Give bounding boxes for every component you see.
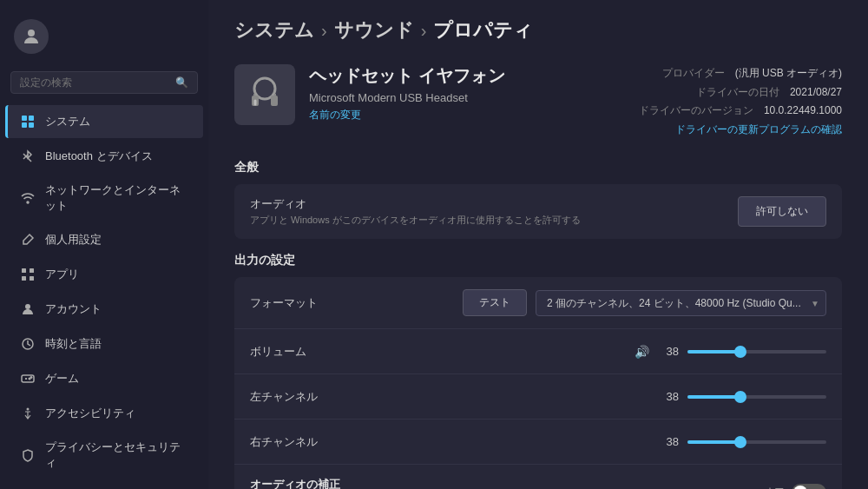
- toggle-knob: [793, 486, 807, 489]
- device-name: ヘッドセット イヤフォン: [309, 64, 639, 88]
- general-section-title: 全般: [234, 160, 842, 175]
- sidebar-item-label: 個人用設定: [45, 232, 102, 248]
- breadcrumb-sep-1: ›: [321, 21, 327, 41]
- sidebar-item-system[interactable]: システム: [5, 105, 203, 138]
- sidebar-item-windowsupdate[interactable]: Windows Update: [5, 480, 203, 489]
- general-card: オーディオ アプリと Windows がこのデバイスをオーディオ用に使用すること…: [234, 184, 842, 239]
- volume-value: 38: [658, 345, 679, 358]
- breadcrumb: システム › サウンド › プロパティ: [234, 17, 842, 43]
- right-channel-slider-thumb: [734, 436, 746, 448]
- sidebar-item-accessibility[interactable]: アクセシビリティ: [5, 397, 203, 430]
- device-meta: プロバイダー (汎用 USB オーディオ) ドライバーの日付 2021/08/2…: [639, 64, 842, 139]
- device-header: ヘッドセット イヤフォン Microsoft Modern USB Headse…: [234, 64, 842, 139]
- svg-rect-4: [29, 122, 34, 128]
- enhancement-label-wrap: オーディオの補正 サウンドの品質を自動的に向上させます（サウンドに問題が発生して…: [250, 477, 764, 489]
- driver-version-value: 10.0.22449.1000: [764, 102, 842, 121]
- sidebar-item-label: プライバシーとセキュリティ: [45, 439, 189, 471]
- deny-audio-button[interactable]: 許可しない: [738, 196, 826, 227]
- right-channel-slider-track[interactable]: [687, 440, 826, 444]
- driver-date-row: ドライバーの日付 2021/08/27: [639, 83, 842, 102]
- left-channel-label-wrap: 左チャンネル: [250, 389, 538, 405]
- sidebar-item-gaming[interactable]: ゲーム: [5, 362, 203, 395]
- svg-point-19: [27, 408, 30, 411]
- search-input[interactable]: [20, 76, 172, 89]
- search-icon: 🔍: [175, 76, 188, 89]
- enhancement-toggle-label: オフ: [764, 485, 785, 489]
- shield-icon: [19, 446, 36, 464]
- breadcrumb-sound[interactable]: サウンド: [334, 17, 414, 43]
- svg-rect-9: [30, 268, 34, 273]
- sidebar-item-label: ゲーム: [45, 371, 79, 387]
- right-channel-row: 右チャンネル 38: [234, 420, 842, 465]
- enhancement-toggle[interactable]: [792, 484, 826, 489]
- audio-row: オーディオ アプリと Windows がこのデバイスをオーディオ用に使用すること…: [234, 184, 842, 239]
- enhancement-toggle-wrap: オフ: [764, 484, 826, 489]
- brush-icon: [19, 231, 36, 248]
- volume-slider-track[interactable]: [687, 350, 826, 354]
- sidebar-item-accounts[interactable]: アカウント: [5, 293, 203, 326]
- svg-rect-2: [29, 116, 34, 121]
- search-box[interactable]: 🔍: [10, 71, 198, 94]
- provider-row: プロバイダー (汎用 USB オーディオ): [639, 64, 842, 83]
- sidebar-item-datetime[interactable]: 時刻と言語: [5, 327, 203, 360]
- svg-rect-8: [22, 268, 26, 273]
- rename-link[interactable]: 名前の変更: [309, 108, 639, 122]
- svg-point-7: [27, 202, 29, 203]
- volume-control: 🔊 38: [538, 345, 826, 359]
- right-channel-control: 38: [538, 435, 826, 448]
- svg-point-18: [30, 377, 32, 379]
- sidebar-item-label: アプリ: [45, 267, 79, 282]
- volume-label-wrap: ボリューム: [250, 344, 538, 360]
- svg-rect-10: [22, 276, 26, 281]
- sidebar-item-bluetooth[interactable]: Bluetooth とデバイス: [5, 140, 203, 173]
- format-control: テスト 2 個のチャンネル、24 ビット、48000 Hz (Studio Qu…: [463, 289, 826, 316]
- game-icon: [19, 370, 36, 387]
- volume-row: ボリューム 🔊 38: [234, 329, 842, 374]
- audio-enhancement-row: オーディオの補正 サウンドの品質を自動的に向上させます（サウンドに問題が発生して…: [234, 465, 842, 489]
- sidebar-item-label: Bluetooth とデバイス: [45, 149, 153, 164]
- device-model: Microsoft Modern USB Headset: [309, 91, 639, 104]
- apps-icon: [19, 266, 36, 283]
- format-dropdown-wrap: 2 個のチャンネル、24 ビット、48000 Hz (Studio Qu... …: [536, 290, 826, 316]
- breadcrumb-system[interactable]: システム: [234, 17, 314, 43]
- audio-label: オーディオ: [250, 196, 738, 212]
- sidebar-item-privacy[interactable]: プライバシーとセキュリティ: [5, 432, 203, 479]
- test-button[interactable]: テスト: [463, 289, 527, 316]
- left-channel-slider-thumb: [734, 391, 746, 403]
- audio-label-wrap: オーディオ アプリと Windows がこのデバイスをオーディオ用に使用すること…: [250, 196, 738, 227]
- sidebar-item-label: 時刻と言語: [45, 336, 102, 352]
- format-row: フォーマット テスト 2 個のチャンネル、24 ビット、48000 Hz (St…: [234, 277, 842, 329]
- main-content: システム › サウンド › プロパティ ヘッドセット イヤフォン Microso…: [208, 0, 868, 489]
- sidebar-item-label: システム: [45, 114, 90, 129]
- grid-icon: [19, 113, 36, 130]
- svg-rect-1: [22, 116, 27, 121]
- format-select[interactable]: 2 個のチャンネル、24 ビット、48000 Hz (Studio Qu...: [536, 290, 826, 316]
- device-info: ヘッドセット イヤフォン Microsoft Modern USB Headse…: [309, 64, 639, 122]
- driver-update-link[interactable]: ドライバーの更新プログラムの確認: [675, 121, 842, 140]
- sidebar-item-apps[interactable]: アプリ: [5, 258, 203, 291]
- sidebar-item-personalization[interactable]: 個人用設定: [5, 223, 203, 256]
- right-channel-label-wrap: 右チャンネル: [250, 434, 538, 450]
- sidebar-item-label: アクセシビリティ: [45, 406, 135, 421]
- device-icon: [234, 64, 295, 125]
- left-channel-row: 左チャンネル 38: [234, 374, 842, 420]
- left-channel-control: 38: [538, 390, 826, 403]
- left-channel-slider-track[interactable]: [687, 395, 826, 399]
- sidebar: 🔍 システム Bluetooth とデバイス: [0, 0, 208, 489]
- driver-version-row: ドライバーのバージョン 10.0.22449.1000: [639, 102, 842, 121]
- driver-update-row: ドライバーの更新プログラムの確認: [639, 121, 842, 140]
- left-channel-label: 左チャンネル: [250, 389, 538, 405]
- svg-rect-3: [22, 122, 27, 128]
- avatar: [14, 19, 49, 54]
- breadcrumb-sep-2: ›: [421, 21, 427, 41]
- svg-point-17: [29, 378, 30, 380]
- person-icon: [19, 301, 36, 318]
- right-channel-label: 右チャンネル: [250, 434, 538, 450]
- sidebar-header: [0, 9, 208, 68]
- svg-point-12: [25, 304, 30, 309]
- sidebar-item-network[interactable]: ネットワークとインターネット: [5, 175, 203, 221]
- volume-slider-thumb: [734, 346, 746, 358]
- svg-point-0: [28, 30, 35, 36]
- output-card: フォーマット テスト 2 個のチャンネル、24 ビット、48000 Hz (St…: [234, 277, 842, 489]
- right-channel-slider-fill: [687, 440, 740, 444]
